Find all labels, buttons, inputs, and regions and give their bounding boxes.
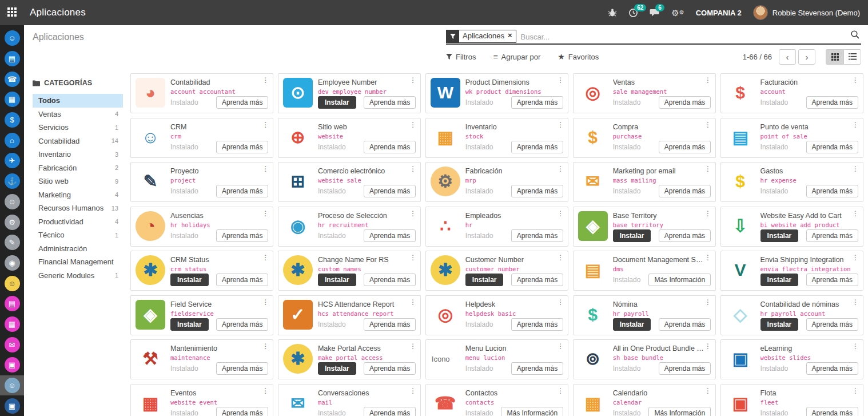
- rail-app-icon[interactable]: ▣: [0, 355, 24, 375]
- search-facet[interactable]: Aplicaciones ×: [446, 30, 516, 43]
- learn-more-button[interactable]: Aprenda más: [659, 229, 711, 242]
- kebab-menu-icon[interactable]: ⋮: [409, 121, 416, 128]
- kebab-menu-icon[interactable]: ⋮: [852, 387, 859, 394]
- learn-more-button[interactable]: Aprenda más: [659, 185, 711, 197]
- rail-app-icon[interactable]: ☺: [0, 192, 24, 212]
- messages-chat-icon[interactable]: 6: [650, 8, 660, 17]
- category-item-financial-management[interactable]: Financial Management: [33, 255, 123, 269]
- kebab-menu-icon[interactable]: ⋮: [409, 254, 416, 261]
- category-item-t-cnico[interactable]: Técnico1: [33, 228, 123, 242]
- kebab-menu-icon[interactable]: ⋮: [852, 343, 859, 350]
- favorites-button[interactable]: ★ Favoritos: [558, 52, 599, 61]
- more-info-button[interactable]: Más Información: [648, 274, 711, 286]
- learn-more-button[interactable]: Aprenda más: [659, 362, 711, 375]
- category-item-contabilidad[interactable]: Contabilidad14: [33, 134, 123, 148]
- learn-more-button[interactable]: Aprenda más: [216, 362, 268, 375]
- install-button[interactable]: Instalar: [613, 229, 651, 242]
- kebab-menu-icon[interactable]: ⋮: [704, 387, 711, 394]
- kebab-menu-icon[interactable]: ⋮: [557, 299, 564, 306]
- kebab-menu-icon[interactable]: ⋮: [557, 121, 564, 128]
- rail-app-icon[interactable]: ⌂: [0, 130, 24, 150]
- search-input[interactable]: [516, 33, 850, 43]
- learn-more-button[interactable]: Aprenda más: [806, 407, 858, 416]
- kebab-menu-icon[interactable]: ⋮: [262, 165, 269, 172]
- kebab-menu-icon[interactable]: ⋮: [704, 210, 711, 217]
- learn-more-button[interactable]: Aprenda más: [511, 96, 563, 109]
- learn-more-button[interactable]: Aprenda más: [806, 362, 858, 375]
- pager-next-button[interactable]: ›: [798, 49, 815, 65]
- learn-more-button[interactable]: Aprenda más: [511, 362, 563, 375]
- category-item-productividad[interactable]: Productividad4: [33, 215, 123, 229]
- learn-more-button[interactable]: Aprenda más: [806, 318, 858, 331]
- kebab-menu-icon[interactable]: ⋮: [409, 165, 416, 172]
- more-info-button[interactable]: Más Información: [648, 407, 711, 416]
- category-item-marketing[interactable]: Marketing4: [33, 188, 123, 202]
- settings-gears-icon[interactable]: ⚙⚙: [671, 9, 684, 17]
- kebab-menu-icon[interactable]: ⋮: [262, 387, 269, 394]
- rail-app-icon[interactable]: ⚙: [0, 212, 24, 232]
- rail-app-icon[interactable]: $: [0, 110, 24, 130]
- rail-app-icon[interactable]: ☎: [0, 69, 24, 89]
- kebab-menu-icon[interactable]: ⋮: [557, 343, 564, 350]
- learn-more-button[interactable]: Aprenda más: [216, 274, 268, 286]
- kebab-menu-icon[interactable]: ⋮: [852, 121, 859, 128]
- learn-more-button[interactable]: Aprenda más: [216, 318, 268, 331]
- rail-app-icon[interactable]: ☺: [0, 375, 24, 396]
- learn-more-button[interactable]: Aprenda más: [659, 318, 711, 331]
- company-switcher[interactable]: COMPANIA 2: [696, 9, 742, 17]
- rail-app-icon[interactable]: ▤: [0, 294, 24, 314]
- rail-app-icon[interactable]: ▣: [0, 395, 24, 416]
- learn-more-button[interactable]: Aprenda más: [216, 141, 268, 153]
- debug-bug-icon[interactable]: [608, 8, 617, 17]
- learn-more-button[interactable]: Aprenda más: [364, 229, 416, 242]
- rail-app-icon[interactable]: ☺: [0, 273, 24, 294]
- install-button[interactable]: Instalar: [170, 318, 209, 331]
- kebab-menu-icon[interactable]: ⋮: [262, 77, 269, 84]
- apps-menu-icon[interactable]: [7, 7, 18, 18]
- kebab-menu-icon[interactable]: ⋮: [409, 299, 416, 306]
- rail-app-icon[interactable]: ✉: [0, 334, 24, 355]
- category-item-todos[interactable]: Todos: [33, 94, 123, 108]
- learn-more-button[interactable]: Aprenda más: [216, 229, 268, 242]
- kebab-menu-icon[interactable]: ⋮: [557, 387, 564, 394]
- kebab-menu-icon[interactable]: ⋮: [409, 343, 416, 350]
- learn-more-button[interactable]: Aprenda más: [511, 229, 563, 242]
- kebab-menu-icon[interactable]: ⋮: [262, 299, 269, 306]
- kebab-menu-icon[interactable]: ⋮: [409, 387, 416, 394]
- learn-more-button[interactable]: Aprenda más: [806, 185, 858, 197]
- kebab-menu-icon[interactable]: ⋮: [409, 77, 416, 84]
- learn-more-button[interactable]: Aprenda más: [364, 141, 416, 153]
- learn-more-button[interactable]: Aprenda más: [364, 362, 416, 375]
- learn-more-button[interactable]: Aprenda más: [806, 141, 858, 153]
- kebab-menu-icon[interactable]: ⋮: [557, 165, 564, 172]
- category-item-servicios[interactable]: Servicios1: [33, 121, 123, 134]
- search-icon[interactable]: [850, 30, 861, 43]
- category-item-inventario[interactable]: Inventario3: [33, 148, 123, 161]
- kebab-menu-icon[interactable]: ⋮: [704, 299, 711, 306]
- learn-more-button[interactable]: Aprenda más: [806, 229, 858, 242]
- learn-more-button[interactable]: Aprenda más: [511, 318, 563, 331]
- category-item-recursos-humanos[interactable]: Recursos Humanos13: [33, 201, 123, 215]
- learn-more-button[interactable]: Aprenda más: [216, 185, 268, 197]
- activities-clock-icon[interactable]: 62: [628, 8, 638, 18]
- kebab-menu-icon[interactable]: ⋮: [557, 77, 564, 84]
- install-button[interactable]: Instalar: [761, 318, 799, 331]
- kebab-menu-icon[interactable]: ⋮: [704, 121, 711, 128]
- category-item-generic-modules[interactable]: Generic Modules1: [33, 269, 123, 283]
- kebab-menu-icon[interactable]: ⋮: [557, 254, 564, 261]
- learn-more-button[interactable]: Aprenda más: [364, 318, 416, 331]
- learn-more-button[interactable]: Aprenda más: [364, 274, 416, 286]
- install-button[interactable]: Instalar: [318, 274, 356, 286]
- learn-more-button[interactable]: Aprenda más: [511, 274, 563, 286]
- install-button[interactable]: Instalar: [761, 229, 799, 242]
- rail-app-icon[interactable]: ☺: [0, 28, 24, 49]
- group-by-button[interactable]: ≡ Agrupar por: [493, 52, 540, 61]
- learn-more-button[interactable]: Aprenda más: [806, 96, 858, 109]
- filters-button[interactable]: Filtros: [446, 53, 476, 61]
- install-button[interactable]: Instalar: [318, 362, 356, 375]
- kebab-menu-icon[interactable]: ⋮: [852, 77, 859, 84]
- kebab-menu-icon[interactable]: ⋮: [262, 254, 269, 261]
- kanban-view-button[interactable]: [826, 49, 843, 65]
- kebab-menu-icon[interactable]: ⋮: [262, 210, 269, 217]
- rail-app-icon[interactable]: ◉: [0, 253, 24, 274]
